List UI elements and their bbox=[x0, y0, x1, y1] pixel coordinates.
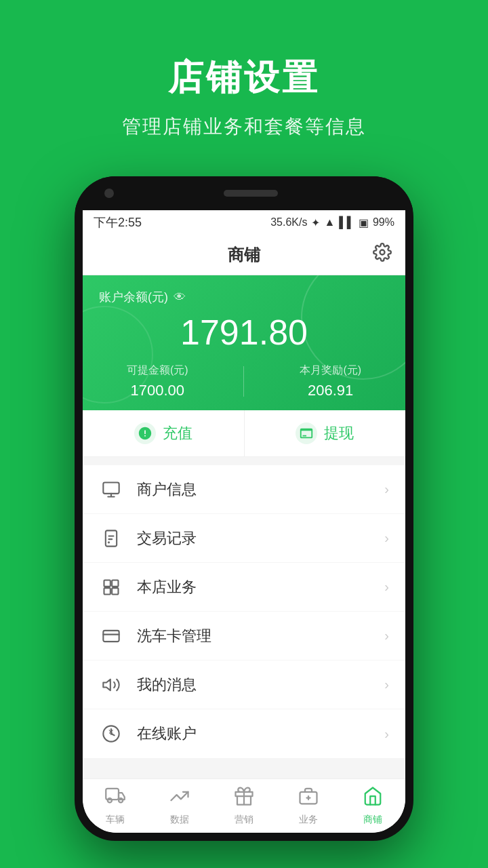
message-label: 我的消息 bbox=[137, 675, 384, 695]
page-background: 店铺设置 管理店铺业务和套餐等信息 下午2:55 35.6K/s ✦ ▲ ▌ bbox=[0, 0, 488, 868]
balance-amount: 1791.80 bbox=[99, 312, 389, 353]
recharge-icon bbox=[134, 422, 156, 444]
marketing-label: 营销 bbox=[235, 814, 253, 826]
service-label: 本店业务 bbox=[137, 577, 384, 597]
network-speed: 35.6K/s bbox=[270, 216, 307, 229]
withdraw-button[interactable]: 提现 bbox=[245, 410, 406, 456]
balance-divider bbox=[243, 366, 244, 397]
message-arrow: › bbox=[384, 677, 389, 692]
vehicle-label: 车辆 bbox=[106, 814, 125, 826]
svg-point-0 bbox=[380, 250, 385, 255]
withdrawable-value: 1700.00 bbox=[127, 382, 188, 399]
withdrawable-label: 可提金额(元) bbox=[127, 363, 188, 378]
svg-rect-7 bbox=[112, 588, 118, 594]
svg-point-3 bbox=[108, 542, 109, 542]
svg-rect-2 bbox=[106, 530, 117, 546]
store-icon bbox=[363, 786, 383, 811]
svg-rect-5 bbox=[112, 580, 118, 586]
wash-card-arrow: › bbox=[384, 628, 389, 644]
signal-icon: ▌▌ bbox=[339, 216, 354, 229]
menu-item-online-account[interactable]: ¥ 在线账户 › bbox=[83, 709, 405, 758]
phone-speaker bbox=[224, 190, 278, 197]
recharge-label: 充值 bbox=[163, 423, 192, 443]
merchant-info-label: 商户信息 bbox=[137, 479, 384, 500]
wash-card-label: 洗车卡管理 bbox=[137, 626, 384, 646]
menu-item-wash-card[interactable]: 洗车卡管理 › bbox=[83, 612, 405, 660]
menu-item-store-service[interactable]: 本店业务 › bbox=[83, 563, 405, 612]
withdraw-icon bbox=[296, 422, 317, 444]
business-icon bbox=[298, 786, 319, 811]
page-title: 店铺设置 bbox=[168, 54, 320, 102]
status-bar: 下午2:55 35.6K/s ✦ ▲ ▌▌ ▣ 99% bbox=[83, 210, 405, 235]
bluetooth-icon: ✦ bbox=[311, 216, 320, 229]
battery-icon: ▣ bbox=[359, 216, 369, 229]
marketing-icon bbox=[234, 786, 254, 811]
service-arrow: › bbox=[384, 579, 389, 595]
message-icon bbox=[99, 673, 123, 697]
monthly-reward-value: 206.91 bbox=[300, 382, 361, 399]
nav-bar: 商铺 bbox=[83, 235, 405, 275]
merchant-info-arrow: › bbox=[384, 481, 389, 497]
tab-bar: 车辆 数据 bbox=[83, 778, 405, 833]
phone-mockup: 下午2:55 35.6K/s ✦ ▲ ▌▌ ▣ 99% 商铺 bbox=[75, 176, 413, 841]
menu-item-transaction-record[interactable]: 交易记录 › bbox=[83, 514, 405, 563]
balance-label: 账户余额(元) 👁 bbox=[99, 289, 389, 305]
service-icon bbox=[99, 575, 123, 599]
merchant-info-icon bbox=[99, 477, 123, 502]
svg-rect-8 bbox=[103, 630, 119, 641]
page-subtitle: 管理店铺业务和套餐等信息 bbox=[122, 114, 366, 140]
store-label: 商铺 bbox=[363, 814, 382, 826]
tab-data[interactable]: 数据 bbox=[147, 786, 211, 826]
account-icon: ¥ bbox=[99, 722, 123, 746]
settings-icon[interactable] bbox=[373, 243, 392, 267]
business-label: 业务 bbox=[299, 814, 318, 826]
svg-text:¥: ¥ bbox=[108, 728, 114, 736]
data-icon bbox=[169, 786, 190, 811]
tab-marketing[interactable]: 营销 bbox=[211, 786, 276, 826]
svg-rect-1 bbox=[103, 482, 119, 493]
tab-vehicle[interactable]: 车辆 bbox=[83, 786, 147, 826]
vehicle-icon bbox=[105, 786, 125, 811]
tab-store[interactable]: 商铺 bbox=[341, 786, 405, 826]
svg-rect-6 bbox=[104, 588, 110, 594]
status-time: 下午2:55 bbox=[94, 214, 142, 231]
monthly-reward-label: 本月奖励(元) bbox=[300, 363, 361, 378]
account-arrow: › bbox=[384, 726, 389, 742]
svg-rect-13 bbox=[106, 789, 119, 800]
action-buttons: 充值 提现 bbox=[83, 410, 405, 457]
balance-card: 账户余额(元) 👁 1791.80 可提金额(元) 1700.00 本月奖励(元… bbox=[83, 275, 405, 410]
phone-camera bbox=[104, 189, 114, 198]
menu-item-merchant-info[interactable]: 商户信息 › bbox=[83, 465, 405, 514]
data-label: 数据 bbox=[170, 814, 189, 826]
tab-business[interactable]: 业务 bbox=[277, 786, 341, 826]
menu-list: 商户信息 › 交易记录 › bbox=[83, 465, 405, 758]
monthly-reward-section: 本月奖励(元) 206.91 bbox=[300, 363, 361, 399]
transaction-label: 交易记录 bbox=[137, 528, 384, 549]
withdrawable-section: 可提金额(元) 1700.00 bbox=[127, 363, 188, 399]
svg-marker-10 bbox=[103, 679, 110, 690]
svg-rect-4 bbox=[104, 580, 110, 586]
transaction-arrow: › bbox=[384, 530, 389, 546]
wifi-icon: ▲ bbox=[324, 216, 335, 229]
status-right: 35.6K/s ✦ ▲ ▌▌ ▣ 99% bbox=[270, 216, 394, 229]
balance-details: 可提金额(元) 1700.00 本月奖励(元) 206.91 bbox=[99, 363, 389, 410]
transaction-icon bbox=[99, 526, 123, 551]
phone-top bbox=[75, 176, 413, 210]
phone-screen: 下午2:55 35.6K/s ✦ ▲ ▌▌ ▣ 99% 商铺 bbox=[83, 210, 405, 833]
phone-frame: 下午2:55 35.6K/s ✦ ▲ ▌▌ ▣ 99% 商铺 bbox=[75, 176, 413, 841]
wash-card-icon bbox=[99, 624, 123, 648]
recharge-button[interactable]: 充值 bbox=[83, 410, 245, 456]
account-label: 在线账户 bbox=[137, 724, 384, 744]
nav-title: 商铺 bbox=[228, 244, 260, 266]
battery-percent: 99% bbox=[373, 216, 394, 229]
eye-icon[interactable]: 👁 bbox=[174, 290, 186, 304]
menu-item-my-message[interactable]: 我的消息 › bbox=[83, 660, 405, 709]
withdraw-label: 提现 bbox=[324, 423, 354, 443]
